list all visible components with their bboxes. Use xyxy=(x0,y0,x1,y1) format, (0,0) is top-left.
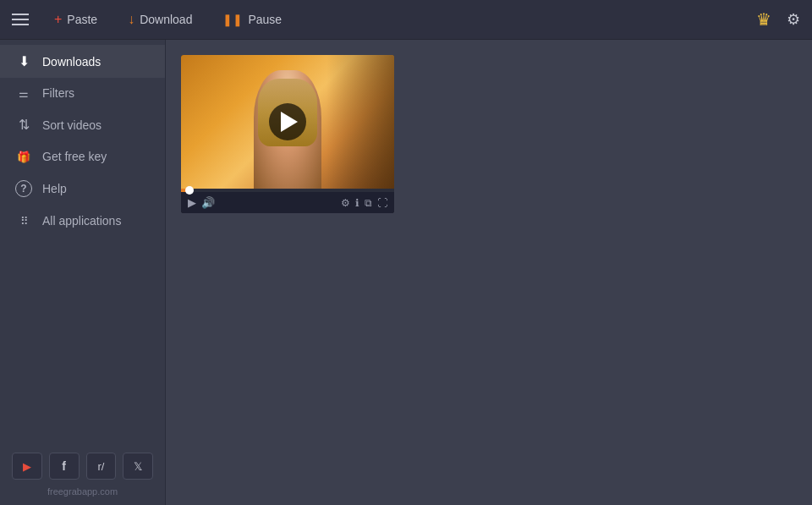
twitter-icon: 𝕏 xyxy=(134,460,142,473)
apps-icon: ⠿ xyxy=(15,215,32,228)
sidebar-item-label: Get free key xyxy=(42,150,107,163)
download-button[interactable]: ↓ Download xyxy=(123,8,197,30)
paste-button[interactable]: + Paste xyxy=(49,8,102,30)
main-area: ⬇ Downloads ⚌ Filters ⇅ Sort videos 🎁 Ge… xyxy=(0,40,812,505)
paste-label: Paste xyxy=(67,13,97,26)
sort-icon: ⇅ xyxy=(15,117,32,133)
pause-button[interactable]: ❚❚ Pause xyxy=(217,9,287,30)
sidebar-item-help[interactable]: ? Help xyxy=(0,172,165,206)
help-icon: ? xyxy=(15,180,32,197)
pause-label: Pause xyxy=(248,13,282,26)
sidebar: ⬇ Downloads ⚌ Filters ⇅ Sort videos 🎁 Ge… xyxy=(0,40,166,505)
ctrl-fullscreen-button[interactable]: ⛶ xyxy=(377,197,387,209)
ctrl-play-button[interactable]: ▶ xyxy=(188,196,196,209)
sidebar-item-downloads[interactable]: ⬇ Downloads xyxy=(0,45,165,78)
video-thumbnail xyxy=(181,55,394,189)
content-area: ▶ 🔊 ⚙ ℹ ⧉ ⛶ xyxy=(166,40,812,505)
sidebar-item-label: Downloads xyxy=(42,55,101,69)
youtube-icon: ▶ xyxy=(23,460,31,473)
ctrl-pip-button[interactable]: ⧉ xyxy=(365,197,372,209)
sidebar-item-sort-videos[interactable]: ⇅ Sort videos xyxy=(0,108,165,141)
video-bg-overlay xyxy=(326,55,394,189)
menu-button[interactable] xyxy=(12,14,29,25)
facebook-button[interactable]: f xyxy=(49,453,80,480)
sidebar-footer: ▶ f r/ 𝕏 freegrabapp.com xyxy=(0,442,165,505)
ctrl-volume-button[interactable]: 🔊 xyxy=(201,196,215,209)
reddit-icon: r/ xyxy=(97,460,104,473)
filters-icon: ⚌ xyxy=(15,87,32,100)
crown-icon[interactable]: ♛ xyxy=(756,9,771,30)
social-links: ▶ f r/ 𝕏 xyxy=(12,453,153,480)
download-label: Download xyxy=(140,13,192,26)
video-player: ▶ 🔊 ⚙ ℹ ⧉ ⛶ xyxy=(181,55,394,213)
progress-dot xyxy=(185,186,194,195)
sidebar-item-filters[interactable]: ⚌ Filters xyxy=(0,78,165,108)
video-controls: ▶ 🔊 ⚙ ℹ ⧉ ⛶ xyxy=(181,192,394,213)
gift-icon: 🎁 xyxy=(15,151,32,163)
toolbar: + Paste ↓ Download ❚❚ Pause ♛ ⚙ xyxy=(0,0,812,40)
youtube-button[interactable]: ▶ xyxy=(12,453,42,480)
sidebar-item-label: Filters xyxy=(42,86,74,100)
sidebar-item-label: All applications xyxy=(42,214,121,228)
downloads-icon: ⬇ xyxy=(15,53,32,69)
ctrl-settings-button[interactable]: ⚙ xyxy=(341,197,350,209)
twitter-button[interactable]: 𝕏 xyxy=(123,453,153,480)
paste-icon: + xyxy=(54,12,62,27)
pause-icon: ❚❚ xyxy=(222,13,243,26)
reddit-button[interactable]: r/ xyxy=(86,453,117,480)
footer-website: freegrabapp.com xyxy=(12,486,153,497)
video-progress-bar[interactable] xyxy=(181,189,394,192)
sidebar-item-all-applications[interactable]: ⠿ All applications xyxy=(0,206,165,236)
toolbar-right: ♛ ⚙ xyxy=(756,9,800,30)
settings-icon[interactable]: ⚙ xyxy=(787,10,800,29)
sidebar-item-label: Sort videos xyxy=(42,118,102,132)
ctrl-info-button[interactable]: ℹ xyxy=(355,197,359,209)
download-icon: ↓ xyxy=(128,12,134,27)
video-play-button[interactable] xyxy=(269,103,306,140)
sidebar-item-get-free-key[interactable]: 🎁 Get free key xyxy=(0,141,165,172)
facebook-icon: f xyxy=(62,459,66,473)
sidebar-item-label: Help xyxy=(42,182,67,195)
toolbar-left: + Paste ↓ Download ❚❚ Pause xyxy=(12,8,287,30)
